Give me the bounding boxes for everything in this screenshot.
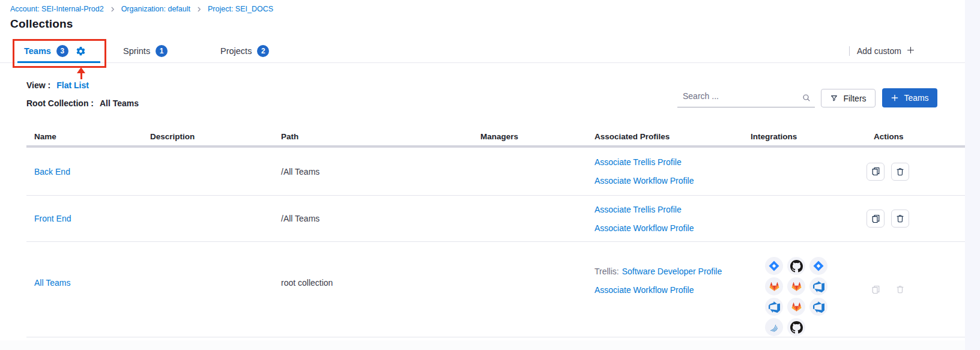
associate-trellis-profile-link[interactable]: Associate Trellis Profile [594, 157, 745, 167]
clone-collection-button[interactable] [867, 210, 885, 228]
tab-sprints-label: Sprints [123, 46, 150, 56]
view-flat-list-link[interactable]: Flat List [56, 80, 89, 90]
azure-devops-icon [809, 277, 827, 295]
column-header-associated-profiles: Associated Profiles [591, 132, 745, 141]
tab-projects[interactable]: Projects 2 [220, 40, 269, 62]
gitlab-icon [787, 298, 805, 316]
chevron-right-icon [109, 6, 116, 13]
plus-icon [906, 46, 915, 56]
delete-collection-button[interactable] [891, 163, 909, 181]
add-custom-label: Add custom [857, 46, 901, 56]
trash-icon [895, 285, 905, 294]
table-row: Front End /All Teams Associate Trellis P… [26, 196, 965, 242]
page-title: Collections [10, 17, 73, 31]
root-collection: Root Collection : All Teams [26, 98, 139, 108]
trellis-profile-link[interactable]: Software Developer Profile [622, 267, 722, 276]
collections-page: Account: SEI-Internal-Prod2 Organization… [0, 0, 980, 350]
path-cell: /All Teams [276, 167, 477, 177]
copy-icon [871, 285, 881, 295]
gitlab-icon [787, 277, 805, 295]
column-header-path: Path [276, 132, 477, 141]
active-tab-underline [17, 61, 100, 63]
breadcrumb: Account: SEI-Internal-Prod2 Organization… [10, 5, 273, 13]
view-selector: View : Flat List [26, 80, 89, 90]
tab-sprints-count-badge: 1 [156, 45, 168, 57]
search-input[interactable] [677, 89, 815, 107]
tab-teams[interactable]: Teams 3 [24, 40, 86, 62]
column-header-integrations: Integrations [745, 132, 856, 141]
root-collection-value: All Teams [100, 98, 139, 108]
collections-table: Name Description Path Managers Associate… [26, 127, 965, 337]
actions-cell [856, 163, 965, 181]
collection-name-link[interactable]: All Teams [34, 278, 70, 288]
add-custom-button[interactable]: Add custom [857, 46, 915, 56]
trellis-prefix-label: Trellis: [594, 267, 619, 276]
tab-teams-count-badge: 3 [56, 45, 68, 57]
table-row: All Teams root collection Trellis:Softwa… [26, 242, 965, 337]
tab-sprints[interactable]: Sprints 1 [123, 40, 168, 62]
funnel-icon [830, 94, 838, 103]
chevron-right-icon [196, 6, 202, 13]
plus-icon [891, 94, 899, 102]
divider [849, 46, 850, 56]
table-header-row: Name Description Path Managers Associate… [26, 127, 965, 148]
delete-collection-button-disabled [891, 280, 909, 298]
breadcrumb-account-link[interactable]: Account: SEI-Internal-Prod2 [10, 5, 104, 13]
column-header-actions: Actions [856, 132, 965, 141]
annotation-arrow-stem [80, 73, 82, 79]
associated-profiles-cell: Associate Trellis Profile Associate Work… [591, 157, 745, 186]
associate-workflow-profile-link[interactable]: Associate Workflow Profile [594, 285, 745, 295]
collection-name-link[interactable]: Front End [34, 214, 71, 223]
associate-trellis-profile-link[interactable]: Associate Trellis Profile [594, 205, 745, 214]
filters-button[interactable]: Filters [821, 89, 876, 107]
breadcrumb-project-link[interactable]: Project: SEI_DOCS [208, 5, 273, 13]
trash-icon [895, 167, 905, 177]
tab-projects-label: Projects [220, 46, 252, 56]
github-icon [787, 318, 805, 336]
jira-icon [765, 257, 783, 275]
bottom-edge-strip [0, 340, 965, 350]
associated-profiles-cell: Trellis:Software Developer Profile Assoc… [591, 267, 745, 295]
clone-collection-button[interactable] [867, 163, 885, 181]
jira-icon [809, 257, 827, 275]
search-icon[interactable] [802, 93, 811, 105]
azure-devops-icon [765, 298, 783, 316]
copy-icon [871, 214, 881, 224]
gear-icon[interactable] [76, 46, 86, 56]
delete-collection-button[interactable] [891, 210, 909, 228]
root-collection-label: Root Collection : [26, 98, 94, 108]
gitlab-icon [765, 277, 783, 295]
scrollbar-track[interactable] [965, 0, 980, 350]
column-header-name: Name [26, 132, 144, 141]
azure-devops-icon [809, 298, 827, 316]
integrations-grid [765, 257, 856, 336]
tab-teams-label: Teams [24, 46, 51, 56]
path-cell: /All Teams [276, 214, 477, 223]
clone-collection-button-disabled [867, 280, 885, 298]
breadcrumb-organization-link[interactable]: Organization: default [121, 5, 190, 13]
search-box [677, 89, 815, 107]
path-cell: root collection [276, 278, 477, 288]
associate-workflow-profile-link[interactable]: Associate Workflow Profile [594, 176, 745, 186]
collection-name-link[interactable]: Back End [34, 167, 70, 177]
actions-cell [856, 210, 965, 228]
associated-profiles-cell: Associate Trellis Profile Associate Work… [591, 205, 745, 233]
tab-projects-count-badge: 2 [257, 45, 269, 57]
trash-icon [895, 214, 905, 223]
filters-label: Filters [843, 94, 866, 103]
associate-workflow-profile-link[interactable]: Associate Workflow Profile [594, 223, 745, 233]
github-icon [787, 257, 805, 275]
actions-cell [856, 280, 965, 298]
add-teams-label: Teams [904, 93, 928, 103]
rally-icon [765, 318, 783, 336]
tab-bar: Teams 3 Sprints 1 Projects 2 Add custom [0, 40, 965, 63]
integrations-cell [745, 243, 856, 336]
view-label: View : [26, 80, 50, 90]
add-teams-button[interactable]: Teams [882, 88, 937, 107]
column-header-managers: Managers [477, 132, 591, 141]
copy-icon [871, 166, 881, 177]
table-row: Back End /All Teams Associate Trellis Pr… [26, 148, 965, 196]
column-header-description: Description [144, 132, 276, 141]
